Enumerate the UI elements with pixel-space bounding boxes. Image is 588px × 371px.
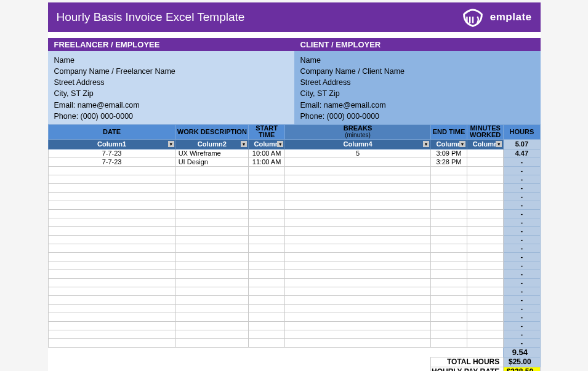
cell[interactable]	[285, 235, 431, 244]
cell[interactable]: -	[504, 226, 540, 235]
cell[interactable]	[175, 252, 248, 261]
cell[interactable]	[430, 313, 467, 321]
cell[interactable]	[467, 244, 504, 252]
cell[interactable]	[249, 175, 285, 183]
cell[interactable]	[175, 269, 248, 278]
cell[interactable]	[249, 313, 285, 321]
cell[interactable]: -	[504, 278, 540, 287]
cell[interactable]: 7-7-23	[48, 158, 175, 166]
cell[interactable]	[48, 295, 175, 304]
cell[interactable]	[249, 287, 285, 295]
cell[interactable]	[467, 183, 504, 192]
cell[interactable]	[430, 226, 467, 235]
cell[interactable]	[175, 295, 248, 304]
cell[interactable]: -	[504, 166, 540, 175]
cell[interactable]	[48, 235, 175, 244]
cell[interactable]	[175, 235, 248, 244]
cell[interactable]	[175, 330, 248, 338]
cell[interactable]	[249, 209, 285, 218]
cell[interactable]	[48, 175, 175, 183]
cell[interactable]	[467, 158, 504, 166]
cell[interactable]	[48, 321, 175, 330]
cell[interactable]	[249, 235, 285, 244]
cell[interactable]	[467, 201, 504, 209]
cell[interactable]: 4.47	[504, 149, 540, 158]
cell[interactable]	[467, 287, 504, 295]
cell[interactable]	[430, 261, 467, 269]
cell[interactable]	[249, 226, 285, 235]
cell[interactable]	[48, 330, 175, 338]
cell[interactable]	[430, 287, 467, 295]
cell[interactable]	[175, 226, 248, 235]
cell[interactable]	[430, 321, 467, 330]
cell[interactable]	[467, 304, 504, 313]
cell[interactable]	[48, 252, 175, 261]
filter-column5[interactable]: Column▼	[430, 139, 467, 149]
cell[interactable]	[430, 201, 467, 209]
cell[interactable]	[249, 278, 285, 287]
cell[interactable]	[285, 287, 431, 295]
cell[interactable]	[48, 278, 175, 287]
cell[interactable]	[249, 321, 285, 330]
cell[interactable]	[175, 321, 248, 330]
cell[interactable]	[249, 218, 285, 226]
cell[interactable]	[467, 338, 504, 347]
cell[interactable]	[249, 192, 285, 201]
cell[interactable]	[175, 287, 248, 295]
cell[interactable]	[430, 338, 467, 347]
cell[interactable]	[467, 235, 504, 244]
cell[interactable]	[285, 252, 431, 261]
cell[interactable]	[467, 330, 504, 338]
cell[interactable]	[48, 218, 175, 226]
cell[interactable]	[48, 304, 175, 313]
cell[interactable]	[430, 244, 467, 252]
cell[interactable]	[467, 278, 504, 287]
cell[interactable]	[285, 218, 431, 226]
cell[interactable]: -	[504, 218, 540, 226]
cell[interactable]: -	[504, 330, 540, 338]
cell[interactable]: 7-7-23	[48, 149, 175, 158]
cell[interactable]	[285, 158, 431, 166]
cell[interactable]: -	[504, 313, 540, 321]
cell[interactable]	[48, 209, 175, 218]
cell[interactable]	[48, 313, 175, 321]
cell[interactable]: UX Wireframe	[175, 149, 248, 158]
cell[interactable]	[430, 192, 467, 201]
cell[interactable]	[175, 175, 248, 183]
cell[interactable]	[285, 278, 431, 287]
cell[interactable]: 3:09 PM	[430, 149, 467, 158]
cell[interactable]	[430, 304, 467, 313]
cell[interactable]	[430, 218, 467, 226]
cell[interactable]	[285, 209, 431, 218]
cell[interactable]	[285, 295, 431, 304]
cell[interactable]	[249, 183, 285, 192]
cell[interactable]	[467, 252, 504, 261]
cell[interactable]	[175, 209, 248, 218]
cell[interactable]	[175, 244, 248, 252]
cell[interactable]	[48, 226, 175, 235]
cell[interactable]	[430, 175, 467, 183]
cell[interactable]: -	[504, 235, 540, 244]
cell[interactable]	[249, 295, 285, 304]
cell[interactable]: -	[504, 287, 540, 295]
cell[interactable]	[430, 183, 467, 192]
cell[interactable]	[467, 149, 504, 158]
cell[interactable]	[48, 269, 175, 278]
cell[interactable]	[249, 252, 285, 261]
cell[interactable]	[285, 226, 431, 235]
cell[interactable]	[467, 218, 504, 226]
cell[interactable]: -	[504, 175, 540, 183]
cell[interactable]: -	[504, 183, 540, 192]
cell[interactable]	[285, 166, 431, 175]
cell[interactable]	[175, 192, 248, 201]
cell[interactable]	[48, 192, 175, 201]
cell[interactable]	[430, 166, 467, 175]
cell[interactable]: UI Design	[175, 158, 248, 166]
cell[interactable]	[285, 269, 431, 278]
filter-column6[interactable]: Column▼	[467, 139, 504, 149]
cell[interactable]	[48, 261, 175, 269]
cell[interactable]	[175, 166, 248, 175]
cell[interactable]	[285, 183, 431, 192]
cell[interactable]	[175, 183, 248, 192]
filter-column3[interactable]: Column▼	[249, 139, 285, 149]
